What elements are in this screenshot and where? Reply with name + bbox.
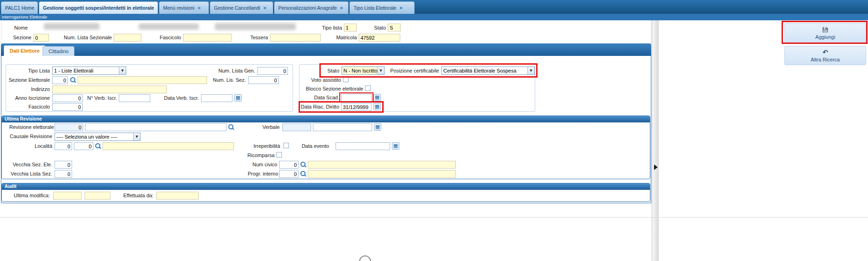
num-lista-sezionale-label: Num. Lista Sezionale bbox=[60, 35, 112, 40]
tessera-field[interactable] bbox=[270, 34, 321, 42]
calendar-icon[interactable]: ▦ bbox=[392, 142, 399, 150]
matricola-field[interactable] bbox=[359, 34, 400, 42]
data-evento-field[interactable] bbox=[336, 142, 390, 150]
stato-header-field[interactable] bbox=[388, 24, 401, 31]
irreperibilita-checkbox[interactable] bbox=[283, 143, 289, 148]
search-icon[interactable] bbox=[70, 77, 76, 83]
chevron-down-icon: ▼ bbox=[527, 67, 534, 74]
tab-label: PALC1 Home bbox=[5, 5, 34, 11]
search-icon[interactable] bbox=[300, 161, 306, 168]
ricomparsa-checkbox[interactable] bbox=[276, 152, 282, 158]
tab-palc1-home[interactable]: PALC1 Home bbox=[1, 1, 38, 14]
close-icon[interactable]: × bbox=[157, 5, 158, 11]
breadcrumb: Interrogazione Elettorale bbox=[0, 14, 868, 20]
anno-iscrizione-field[interactable] bbox=[52, 94, 83, 102]
aggiungi-button[interactable]: Aggiungi bbox=[784, 23, 866, 43]
tipo-lista-header-field[interactable] bbox=[344, 24, 357, 31]
data-verb-iscr-field[interactable] bbox=[201, 94, 232, 102]
effettuata-da-label: Effettuata da: bbox=[119, 193, 153, 198]
revisione-elettorale-field[interactable] bbox=[55, 123, 83, 131]
vecchia-sez-ele-field[interactable] bbox=[55, 161, 72, 169]
browser-tab-bar: PALC1 Home Gestione soggetti sospesi/int… bbox=[0, 0, 868, 14]
tab-gestione-cancellandi[interactable]: Gestione Cancellandi × bbox=[210, 1, 273, 14]
calendar-icon[interactable]: ▦ bbox=[374, 123, 381, 131]
tipo-lista-label: Tipo Lista bbox=[9, 68, 50, 73]
posizione-certificabile-select[interactable]: Certificabilità Elettorale Sospesa ▼ bbox=[441, 67, 535, 75]
num-civico-label: Num civico bbox=[248, 162, 277, 167]
posizione-certificabile-label: Posizione certificabile bbox=[387, 68, 439, 73]
tab-tipo-lista-elettorale[interactable]: Tipo Lista Elettorale × bbox=[349, 1, 415, 14]
data-verb-iscr-label: Data Verb. Iscr. bbox=[153, 95, 199, 101]
select-value: Certificabilità Elettorale Sospesa bbox=[442, 68, 527, 73]
ultima-revisione-title: Ultima Revisione bbox=[2, 116, 650, 122]
n-verb-iscr-label: N° Verb. Iscr. bbox=[85, 95, 117, 101]
app-window: PALC1 Home Gestione soggetti sospesi/int… bbox=[0, 0, 868, 261]
tessera-label: Tessera bbox=[240, 35, 268, 40]
sezione-elettorale-descr-field[interactable] bbox=[78, 76, 207, 84]
close-icon[interactable]: × bbox=[399, 5, 402, 11]
fascicolo-de-field[interactable] bbox=[52, 103, 83, 111]
select-value: ---- Seleziona un valore ---- bbox=[55, 134, 133, 140]
num-lista-sezionale-field[interactable] bbox=[114, 34, 141, 42]
num-lista-gen-field[interactable] bbox=[257, 67, 288, 75]
redacted-name-text bbox=[139, 24, 199, 30]
expand-arrow-icon[interactable] bbox=[654, 164, 658, 170]
close-icon[interactable]: × bbox=[198, 5, 201, 11]
redacted-name-text bbox=[44, 23, 99, 30]
effettuata-da-field[interactable] bbox=[156, 192, 199, 200]
sezione-field[interactable] bbox=[33, 34, 49, 42]
localita-descr-field[interactable] bbox=[103, 142, 234, 150]
vecchia-lista-sez-field[interactable] bbox=[55, 170, 72, 178]
n-verb-iscr-field[interactable] bbox=[119, 94, 150, 102]
tab-gestione-soggetti[interactable]: Gestione soggetti sospesi/interdetti in … bbox=[39, 1, 158, 14]
nome-label: Nome bbox=[9, 25, 28, 30]
indirizzo-field[interactable] bbox=[52, 85, 167, 93]
search-icon[interactable] bbox=[300, 170, 306, 177]
fascicolo-header-label: Fascicolo bbox=[153, 35, 181, 40]
num-civico-descr-field[interactable] bbox=[308, 161, 456, 169]
sezione-label: Sezione bbox=[9, 35, 31, 40]
causale-revisione-select[interactable]: ---- Seleziona un valore ---- ▼ bbox=[55, 133, 141, 141]
ultima-modifica-label: Ultima modifica: bbox=[13, 193, 50, 198]
vecchia-sez-ele-label: Vecchia Sez. Ele. bbox=[9, 162, 52, 167]
tab-dati-elettore[interactable]: Dati Elettore bbox=[4, 45, 46, 56]
progr-interno-descr-field[interactable] bbox=[308, 170, 456, 178]
ultima-modifica-field-2[interactable] bbox=[85, 192, 110, 200]
calendar-icon[interactable]: ▦ bbox=[373, 103, 381, 110]
num-civico-field[interactable] bbox=[279, 161, 299, 169]
progr-interno-label: Progr. interno bbox=[248, 171, 277, 176]
verbale-label: Verbale bbox=[252, 124, 280, 130]
close-icon[interactable]: × bbox=[263, 5, 266, 11]
select-value: 1 - Liste Elettorali bbox=[53, 68, 119, 73]
num-lis-sez-field[interactable] bbox=[248, 76, 279, 84]
localita-field-2[interactable] bbox=[74, 142, 93, 150]
voto-assistito-checkbox[interactable] bbox=[343, 77, 348, 82]
tab-label: Gestione Cancellandi bbox=[214, 5, 260, 11]
close-icon[interactable]: × bbox=[340, 5, 343, 11]
tab-label: Menù revisioni bbox=[163, 5, 195, 11]
search-icon[interactable] bbox=[228, 124, 234, 130]
stato-select[interactable]: N - Non Iscritto ▼ bbox=[342, 67, 385, 75]
save-icon bbox=[822, 26, 828, 33]
verbale-field-2[interactable] bbox=[313, 123, 372, 131]
localita-field-1[interactable] bbox=[55, 142, 72, 150]
progr-interno-field[interactable] bbox=[279, 170, 299, 178]
tab-label: Gestione soggetti sospesi/interdetti in … bbox=[43, 5, 154, 11]
blocco-sezione-checkbox[interactable] bbox=[365, 85, 371, 91]
tab-menu-revisioni[interactable]: Menù revisioni × bbox=[159, 1, 209, 14]
search-icon[interactable] bbox=[95, 143, 101, 149]
tab-cittadino[interactable]: Cittadino bbox=[43, 46, 74, 56]
tipo-lista-select[interactable]: 1 - Liste Elettorali ▼ bbox=[52, 67, 126, 75]
ultima-modifica-field-1[interactable] bbox=[53, 192, 82, 200]
vertical-scrollbar[interactable] bbox=[652, 20, 659, 261]
calendar-icon[interactable]: ▦ bbox=[373, 94, 381, 101]
verbale-field-1[interactable] bbox=[282, 123, 311, 131]
data-scad-field[interactable] bbox=[341, 94, 372, 102]
altra-ricerca-button[interactable]: ↶ Altra Ricerca bbox=[784, 46, 866, 65]
tab-personalizzazioni-anagrafe[interactable]: Personalizzazioni Anagrafe × bbox=[274, 1, 348, 14]
fascicolo-header-field[interactable] bbox=[183, 34, 232, 42]
sezione-elettorale-field[interactable] bbox=[52, 76, 68, 84]
calendar-icon[interactable]: ▦ bbox=[234, 94, 242, 102]
revisione-elettorale-descr-field[interactable] bbox=[85, 123, 226, 131]
data-riac-diritto-field[interactable] bbox=[341, 103, 372, 111]
